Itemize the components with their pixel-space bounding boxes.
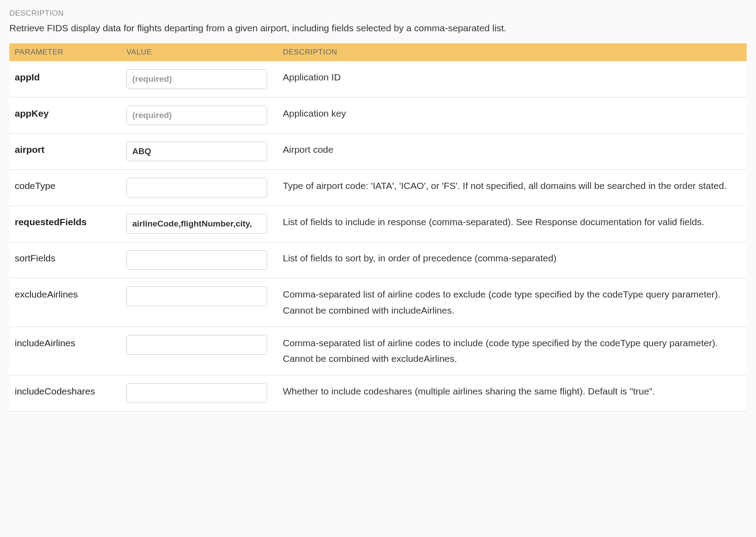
- table-row: sortFieldsList of fields to sort by, in …: [9, 242, 747, 278]
- table-row: appIdApplication ID: [9, 61, 747, 97]
- param-input-airport[interactable]: [126, 142, 267, 161]
- param-value-cell: [121, 61, 277, 97]
- table-row: includeAirlinesComma-separated list of a…: [9, 327, 747, 375]
- param-value-cell: [121, 242, 277, 278]
- param-name-includeAirlines: includeAirlines: [9, 327, 121, 375]
- param-desc-includeCodeshares: Whether to include codeshares (multiple …: [277, 375, 747, 411]
- param-input-appKey[interactable]: [126, 105, 267, 125]
- param-input-requestedFields[interactable]: [126, 214, 267, 234]
- param-name-sortFields: sortFields: [9, 242, 121, 278]
- param-input-sortFields[interactable]: [126, 250, 267, 270]
- param-input-includeAirlines[interactable]: [126, 335, 267, 355]
- header-value: VALUE: [121, 43, 277, 61]
- parameters-table: PARAMETER VALUE DESCRIPTION appIdApplica…: [9, 43, 747, 411]
- table-row: includeCodesharesWhether to include code…: [9, 375, 747, 411]
- param-value-cell: [121, 375, 277, 411]
- table-row: airportAirport code: [9, 134, 747, 170]
- param-name-appKey: appKey: [9, 97, 121, 134]
- param-value-cell: [121, 278, 277, 327]
- param-name-excludeAirlines: excludeAirlines: [9, 278, 121, 327]
- param-input-codeType[interactable]: [126, 178, 267, 197]
- table-header-row: PARAMETER VALUE DESCRIPTION: [9, 43, 747, 61]
- header-description: DESCRIPTION: [277, 43, 747, 61]
- table-row: codeTypeType of airport code: 'IATA', 'I…: [9, 170, 747, 206]
- param-name-requestedFields: requestedFields: [9, 206, 121, 242]
- api-doc-container: DESCRIPTION Retrieve FIDS display data f…: [9, 9, 747, 411]
- param-name-codeType: codeType: [9, 170, 121, 206]
- header-parameter: PARAMETER: [9, 43, 121, 61]
- param-desc-codeType: Type of airport code: 'IATA', 'ICAO', or…: [277, 170, 747, 206]
- table-row: excludeAirlinesComma-separated list of a…: [9, 278, 747, 327]
- param-desc-appId: Application ID: [277, 61, 747, 97]
- param-value-cell: [121, 206, 277, 242]
- param-desc-excludeAirlines: Comma-separated list of airline codes to…: [277, 278, 747, 327]
- param-value-cell: [121, 327, 277, 375]
- description-label: DESCRIPTION: [9, 9, 747, 18]
- param-name-airport: airport: [9, 134, 121, 170]
- param-name-includeCodeshares: includeCodeshares: [9, 375, 121, 411]
- param-desc-sortFields: List of fields to sort by, in order of p…: [277, 242, 747, 278]
- param-desc-includeAirlines: Comma-separated list of airline codes to…: [277, 327, 747, 375]
- description-text: Retrieve FIDS display data for flights d…: [9, 21, 747, 34]
- param-input-includeCodeshares[interactable]: [126, 383, 267, 403]
- param-desc-appKey: Application key: [277, 97, 747, 134]
- param-value-cell: [121, 134, 277, 170]
- table-row: requestedFieldsList of fields to include…: [9, 206, 747, 242]
- param-desc-airport: Airport code: [277, 134, 747, 170]
- param-value-cell: [121, 170, 277, 206]
- table-row: appKeyApplication key: [9, 97, 747, 134]
- param-input-excludeAirlines[interactable]: [126, 286, 267, 306]
- param-name-appId: appId: [9, 61, 121, 97]
- param-input-appId[interactable]: [126, 69, 267, 89]
- param-desc-requestedFields: List of fields to include in response (c…: [277, 206, 747, 242]
- param-value-cell: [121, 97, 277, 134]
